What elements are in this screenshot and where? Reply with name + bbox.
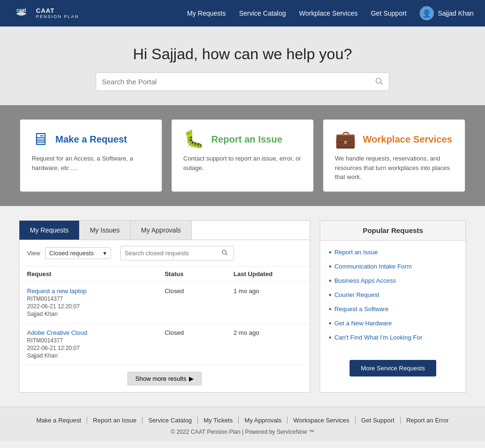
view-select-value: Closed requests (49, 250, 94, 257)
requests-search-input[interactable] (125, 250, 219, 257)
req-user-1: Sajjad Khan (27, 311, 165, 317)
col-status: Status (165, 270, 234, 278)
show-more-section: Show more results ▶ (19, 365, 310, 392)
tab-my-issues[interactable]: My Issues (80, 221, 131, 240)
col-last-updated: Last Updated (234, 270, 302, 278)
list-item: • Get a New Hardware (329, 319, 457, 328)
footer-link-workspace-services[interactable]: Workspace Services (287, 417, 355, 424)
monitor-icon: 🖥 (32, 129, 49, 149)
user-menu[interactable]: 👤 Sajjad Khan (420, 6, 474, 20)
hero-section: Hi Sajjad, how can we help you? (0, 27, 485, 105)
list-item: • Business Apps Access (329, 277, 457, 285)
popular-link-2[interactable]: Business Apps Access (334, 277, 396, 284)
req-updated-1: 1 mo ago (234, 287, 302, 317)
list-item: • Request a Software (329, 305, 457, 314)
table-row: Adobe Creative Cloud RITM0014377 2022-06… (19, 323, 310, 365)
requests-search-button[interactable] (219, 248, 230, 258)
popular-header: Popular Requests (320, 221, 466, 241)
req-status-1: Closed (165, 287, 234, 317)
svg-point-2 (376, 78, 381, 83)
footer-link-service-catalog[interactable]: Service Catalog (143, 417, 198, 424)
card-make-request-title: Make a Request (55, 134, 127, 145)
req-cell-1: Request a new laptop RITM0014377 2022-06… (27, 287, 165, 317)
show-more-button[interactable]: Show more results ▶ (127, 372, 202, 385)
card-make-request[interactable]: 🖥 Make a Request Request for an Access, … (20, 119, 162, 192)
footer-copyright: © 2022 CAAT Pension Plan | Powered by Se… (9, 429, 476, 435)
view-select-dropdown[interactable]: Closed requests ▾ (45, 247, 111, 259)
req-status-2: Closed (165, 329, 234, 359)
card-workplace-header: 💼 Workplace Services (335, 129, 453, 149)
footer: Make a Request Report an Issue Service C… (0, 407, 485, 441)
card-workplace-services[interactable]: 💼 Workplace Services We handle requests,… (323, 119, 465, 192)
more-service-requests-button[interactable]: More Service Requests (350, 360, 436, 376)
logo[interactable]: caat caat PENSION PLAN (11, 3, 79, 23)
nav-my-requests[interactable]: My Requests (187, 9, 226, 17)
card-report-issue-header: 🐛 Report an Issue (183, 129, 302, 149)
bullet-icon: • (329, 305, 332, 314)
bullet-icon: • (329, 319, 332, 328)
footer-link-make-request[interactable]: Make a Request (31, 417, 88, 424)
popular-link-6[interactable]: Can't Find What I'm Looking For (334, 334, 422, 341)
search-bar[interactable] (96, 72, 389, 91)
category-section: 🖥 Make a Request Request for an Access, … (0, 105, 485, 206)
footer-link-report-issue[interactable]: Report an Issue (87, 417, 143, 424)
table-controls: View Closed requests ▾ (19, 240, 310, 267)
search-icon (375, 77, 383, 87)
req-cell-2: Adobe Creative Cloud RITM0014377 2022-06… (27, 329, 165, 359)
popular-link-5[interactable]: Get a New Hardware (334, 320, 392, 327)
footer-link-my-tickets[interactable]: My Tickets (198, 417, 239, 424)
footer-link-get-support[interactable]: Get Support (356, 417, 401, 424)
req-date-2: 2022-06-21 12:20:07 (27, 345, 165, 351)
popular-link-3[interactable]: Courier Request (334, 291, 379, 298)
col-request: Request (27, 270, 165, 278)
briefcase-icon: 💼 (335, 129, 356, 149)
card-workplace-desc: We handle requests, reservations, and re… (335, 154, 453, 182)
search-input[interactable] (102, 78, 375, 86)
view-label: View (27, 250, 40, 257)
nav-links: My Requests Service Catalog Workplace Se… (187, 6, 474, 20)
list-item: • Courier Request (329, 291, 457, 299)
req-ritm-1: RITM0014377 (27, 296, 165, 302)
card-report-issue[interactable]: 🐛 Report an Issue Contact support to rep… (171, 119, 314, 192)
nav-service-catalog[interactable]: Service Catalog (239, 9, 286, 17)
bullet-icon: • (329, 262, 332, 271)
logo-sub: PENSION PLAN (36, 14, 79, 19)
popular-panel: Popular Requests • Report an Issue • Com… (320, 220, 466, 393)
popular-list: • Report an Issue • Communication Intake… (320, 241, 466, 355)
bullet-icon: • (329, 277, 332, 285)
bullet-icon: • (329, 291, 332, 299)
tab-bar: My Requests My Issues My Approvals (19, 221, 310, 240)
card-report-issue-title: Report an Issue (211, 134, 282, 145)
svg-point-4 (222, 250, 226, 254)
bullet-icon: • (329, 248, 332, 257)
popular-link-0[interactable]: Report an Issue (334, 249, 378, 256)
navbar: caat caat PENSION PLAN My Requests Servi… (0, 0, 485, 27)
footer-link-report-error[interactable]: Report an Error (401, 417, 455, 424)
req-ritm-2: RITM0014377 (27, 337, 165, 344)
bug-icon: 🐛 (183, 129, 205, 149)
footer-link-my-approvals[interactable]: My Approvals (239, 417, 287, 424)
svg-line-3 (380, 82, 382, 84)
requests-panel: My Requests My Issues My Approvals View … (19, 220, 310, 393)
footer-links: Make a Request Report an Issue Service C… (9, 417, 476, 424)
list-item: • Report an Issue (329, 248, 457, 257)
list-item: • Can't Find What I'm Looking For (329, 333, 457, 342)
req-link-2[interactable]: Adobe Creative Cloud (27, 329, 165, 336)
tab-my-requests[interactable]: My Requests (19, 221, 80, 240)
req-link-1[interactable]: Request a new laptop (27, 287, 165, 295)
table-header: Request Status Last Updated (19, 267, 310, 282)
req-date-1: 2022-06-21 12:20:07 (27, 303, 165, 310)
card-make-request-desc: Request for an Access, a Software, a har… (32, 154, 150, 172)
table-row: Request a new laptop RITM0014377 2022-06… (19, 282, 310, 323)
list-item: • Communication Intake Form (329, 262, 457, 271)
popular-link-4[interactable]: Request a Software (334, 305, 388, 313)
hero-heading: Hi Sajjad, how can we help you? (9, 45, 476, 63)
nav-get-support[interactable]: Get Support (371, 9, 407, 17)
svg-line-5 (226, 253, 227, 255)
main-content: My Requests My Issues My Approvals View … (0, 206, 485, 407)
popular-link-1[interactable]: Communication Intake Form (334, 263, 412, 270)
user-name: Sajjad Khan (438, 9, 474, 17)
requests-search-bar[interactable] (120, 246, 234, 260)
nav-workplace-services[interactable]: Workplace Services (299, 9, 358, 17)
tab-my-approvals[interactable]: My Approvals (131, 221, 192, 240)
